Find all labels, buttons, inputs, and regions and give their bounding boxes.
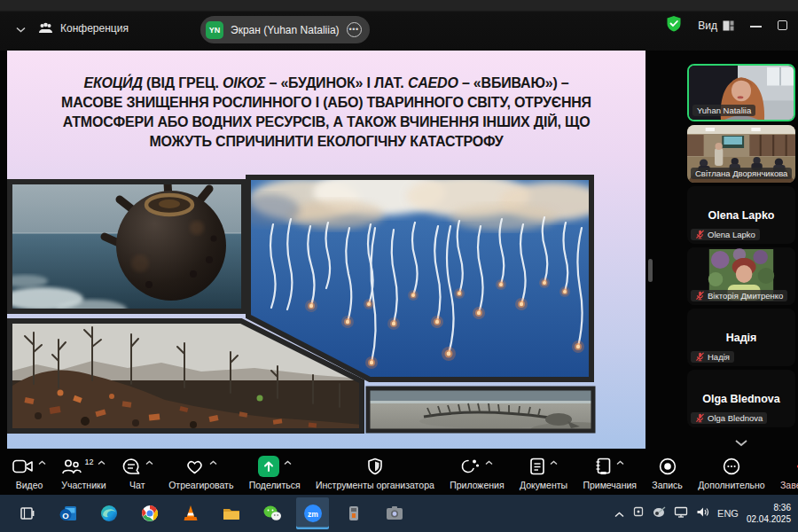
maximize-button[interactable] — [778, 20, 787, 30]
meeting-toolbar: Видео 12 Участники — [0, 450, 798, 495]
host-tools-button[interactable]: Инструменты организатора — [316, 456, 434, 490]
participant-tile-olga[interactable]: Olga Blednova Olga Blednova — [687, 370, 795, 427]
file-explorer-icon[interactable] — [215, 497, 247, 529]
outlook-icon[interactable]: O — [51, 497, 84, 529]
display-network-icon[interactable] — [674, 505, 688, 521]
participants-count-badge: 12 — [84, 458, 93, 466]
language-indicator[interactable]: ENG — [717, 508, 739, 519]
wechat-icon[interactable] — [255, 497, 288, 529]
vlc-icon[interactable] — [174, 497, 207, 529]
muted-mic-icon — [695, 230, 705, 239]
participant-tile-olena[interactable]: Olena Lapko Olena Lapko — [687, 186, 795, 244]
view-label: Вид — [698, 20, 717, 32]
meeting-label: Конференция — [60, 22, 129, 35]
svg-text:zm: zm — [308, 510, 318, 519]
participants-icon — [61, 458, 82, 475]
end-meeting-button[interactable]: Завершить — [780, 456, 798, 490]
speaker-icon[interactable] — [696, 505, 709, 521]
screenshot-tool-icon[interactable] — [378, 497, 411, 529]
participant-name-label: Надія — [708, 352, 730, 362]
view-grid-icon — [723, 20, 734, 31]
apps-icon — [461, 458, 481, 475]
chevron-up-icon[interactable] — [284, 460, 292, 466]
slide-title-line3: АТМОСФЕРИ АБО ВОДНИХ РЕСУРСІВ, А ТАКОЖ В… — [7, 113, 645, 132]
share-screen-button[interactable]: Поделиться — [249, 456, 301, 490]
participant-name-label: Світлана Дворянчикова — [695, 168, 787, 178]
zoom-app-icon[interactable]: zm — [296, 497, 329, 529]
pointer-device-icon[interactable] — [653, 505, 666, 521]
participant-tile-yuhan[interactable]: Yuhan Nataliia — [687, 64, 795, 121]
meeting-info-button[interactable]: Конференция — [38, 22, 129, 35]
participant-tile-svitlana[interactable]: Світлана Дворянчикова — [687, 125, 795, 183]
zoom-meeting-window: Конференция YN Экран (Yuhan Nataliia) ••… — [0, 0, 798, 532]
muted-mic-icon — [695, 413, 705, 423]
vertical-scrollbar[interactable] — [648, 259, 653, 282]
participant-name-label: Olena Lapko — [708, 230, 755, 239]
view-button[interactable]: Вид — [698, 20, 734, 32]
record-icon — [659, 458, 677, 475]
heart-icon — [184, 458, 205, 475]
slide-title-line2: МАСОВЕ ЗНИЩЕННЯ РОСЛИННОГО І (АБО) ТВАРИ… — [7, 93, 645, 113]
chevron-down-icon[interactable] — [16, 20, 26, 36]
slide-title-line1: ЕКОЦИ́Д (ВІД ГРЕЦ. ΟΙΚΟΣ – «БУДИНОК» І Л… — [7, 74, 645, 93]
record-button[interactable]: Запись — [652, 456, 682, 490]
edge-icon[interactable] — [92, 497, 125, 529]
chevron-up-icon[interactable] — [550, 460, 558, 466]
chat-button[interactable]: Чат — [121, 456, 153, 490]
screen-share-tab-label: Экран (Yuhan Nataliia) — [231, 24, 340, 36]
hidden-icons-chevron-icon[interactable] — [614, 505, 624, 521]
more-options-icon — [723, 458, 740, 475]
more-options-icon[interactable]: ••• — [347, 22, 362, 37]
participant-name-label: Yuhan Nataliia — [697, 106, 751, 115]
taskbar-clock[interactable]: 8:36 02.04.2025 — [747, 502, 791, 525]
participants-button[interactable]: 12 Участники — [61, 456, 106, 490]
clock-time: 8:36 — [747, 502, 791, 513]
chevron-up-icon[interactable] — [485, 460, 493, 466]
reactions-button[interactable]: Отреагировать — [168, 456, 233, 490]
participant-tile-nadiia[interactable]: Надія Надія — [687, 309, 795, 366]
video-camera-icon — [12, 458, 34, 475]
apps-button[interactable]: Приложения — [450, 456, 504, 490]
video-button[interactable]: Видео — [12, 456, 46, 490]
slide-title: ЕКОЦИ́Д (ВІД ГРЕЦ. ΟΙΚΟΣ – «БУДИНОК» І Л… — [7, 74, 645, 152]
windows-taskbar: O — [0, 495, 798, 532]
slide-title-line4: МОЖУТЬ СПРИЧИНИТИ ЕКОЛОГІЧНУ КАТАСТРОФУ — [7, 132, 645, 152]
chevron-up-icon[interactable] — [38, 460, 46, 466]
photo-collage — [7, 175, 596, 436]
rotation-lock-icon[interactable] — [632, 505, 645, 521]
sea-mine-photo — [7, 182, 244, 319]
security-shield-icon[interactable] — [666, 15, 682, 35]
chevron-up-icon[interactable] — [145, 460, 153, 466]
avatar-badge: YN — [206, 21, 223, 39]
participant-tile-viktoriia[interactable]: Вікторія Дмитренко — [687, 247, 795, 305]
screen-share-tab[interactable]: YN Экран (Yuhan Nataliia) ••• — [200, 16, 370, 43]
host-tools-shield-icon — [366, 458, 384, 475]
more-button[interactable]: Дополнительно — [698, 456, 765, 490]
minimize-button[interactable] — [750, 26, 762, 27]
chevron-up-icon[interactable] — [209, 460, 217, 466]
documents-icon — [529, 458, 545, 475]
chevron-up-icon[interactable] — [98, 460, 106, 466]
chat-bubble-icon — [121, 458, 141, 475]
shared-screen-slide: ЕКОЦИ́Д (ВІД ГРЕЦ. ΟΙΚΟΣ – «БУДИНОК» І Л… — [7, 51, 645, 449]
participant-name-label: Olga Blednova — [708, 413, 763, 423]
muted-mic-icon — [695, 291, 705, 301]
svg-text:O: O — [62, 511, 68, 520]
usb-tool-icon[interactable] — [337, 497, 370, 529]
chrome-icon[interactable] — [133, 497, 166, 529]
participant-name-label: Вікторія Дмитренко — [708, 291, 783, 301]
share-screen-icon — [258, 456, 279, 477]
more-participants-chevron-icon[interactable] — [734, 434, 748, 450]
participants-panel: Yuhan Nataliia — [687, 51, 795, 450]
meeting-people-icon — [38, 22, 53, 35]
task-view-icon[interactable] — [11, 497, 43, 529]
window-titlebar: Конференция YN Экран (Yuhan Nataliia) ••… — [0, 0, 798, 51]
notes-icon — [595, 458, 612, 475]
muted-mic-icon — [695, 352, 705, 362]
clock-date: 02.04.2025 — [747, 513, 791, 525]
notes-button[interactable]: Примечания — [583, 456, 637, 490]
documents-button[interactable]: Документы — [520, 456, 567, 490]
chevron-up-icon[interactable] — [616, 460, 624, 466]
